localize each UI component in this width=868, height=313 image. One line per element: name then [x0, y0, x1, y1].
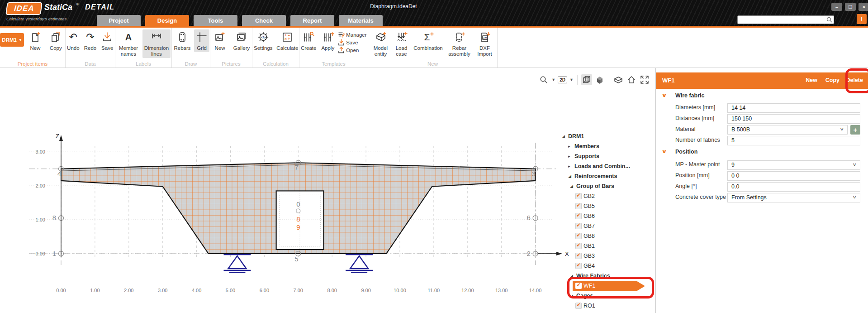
- ribbon-item-save[interactable]: Save: [100, 29, 115, 52]
- ribbon-item-model-entity[interactable]: Modelentity: [370, 29, 391, 58]
- zoom-tool-dropdown[interactable]: ▼: [551, 77, 555, 82]
- view-mode-dropdown[interactable]: ▼: [569, 77, 574, 82]
- check-icon: ✔: [576, 192, 581, 198]
- visibility-checkbox[interactable]: ✔: [575, 233, 582, 239]
- tree-item-wf1[interactable]: ✔WF1: [559, 281, 652, 291]
- panel-copy-button[interactable]: Copy: [825, 77, 840, 83]
- section-collapse-icon[interactable]: ∨: [661, 149, 667, 154]
- tree-item-gb2[interactable]: ✔GB2: [559, 191, 652, 201]
- tab-check[interactable]: Check: [242, 15, 286, 26]
- ribbon-item-rebar-assembly[interactable]: Rebarassembly: [446, 29, 473, 58]
- tree-item-ro1[interactable]: ✔RO1: [559, 301, 652, 311]
- prop-field-position-mm-[interactable]: 0 0: [727, 171, 860, 181]
- tree-expander-icon[interactable]: ◢: [570, 184, 573, 188]
- ribbon-item-dxf-import[interactable]: DXFDXFImport: [474, 29, 495, 58]
- tree-item-wire-fabrics[interactable]: ◢Wire Fabrics: [559, 271, 652, 281]
- tree-item-gb6[interactable]: ✔GB6: [559, 211, 652, 221]
- ribbon-item-load-case[interactable]: Loadcase: [393, 29, 410, 58]
- visibility-checkbox[interactable]: ✔: [575, 253, 582, 259]
- prop-field-concrete-cover-type[interactable]: From Settings∨: [727, 193, 860, 202]
- ribbon-item-apply[interactable]: Apply: [319, 29, 336, 52]
- panel-delete-button[interactable]: Delete: [846, 77, 863, 83]
- ribbon-item-redo[interactable]: ↷Redo: [83, 29, 98, 52]
- tree-item-members[interactable]: ▸Members: [559, 141, 652, 151]
- tree-item-gb4[interactable]: ✔GB4: [559, 261, 652, 271]
- ribbon-item-calculate[interactable]: + −× ÷Calculate: [276, 29, 299, 52]
- tree-item-gb8[interactable]: ✔GB8: [559, 231, 652, 241]
- panel-new-button[interactable]: New: [806, 77, 817, 83]
- tree-item-loads-and-combin-[interactable]: ▸Loads and Combin...: [559, 161, 652, 171]
- fit-to-screen-icon[interactable]: [639, 74, 650, 85]
- ribbon-item-combination[interactable]: ΣCombination: [412, 29, 445, 52]
- ribbon-item-new[interactable]: New: [26, 29, 44, 52]
- prop-field-distances-mm-[interactable]: 150 150: [727, 114, 860, 124]
- prop-field-material[interactable]: B 500B∨: [727, 125, 848, 135]
- ribbon-item-rebars[interactable]: Rebars: [172, 29, 192, 52]
- home-view-icon[interactable]: [626, 74, 637, 85]
- ribbon-item-grid[interactable]: Grid: [194, 29, 209, 52]
- dropdown-chevron-icon[interactable]: ∨: [853, 195, 857, 199]
- tree-item-cages[interactable]: ◢Cages: [559, 291, 652, 301]
- ribbon-item-member-names[interactable]: AMembernames: [116, 29, 141, 58]
- tab-report[interactable]: Report: [290, 15, 334, 26]
- ribbon-item-dimension-lines[interactable]: Dimensionlines: [142, 29, 171, 58]
- close-button[interactable]: ✕: [859, 3, 868, 11]
- visibility-checkbox[interactable]: ✔: [575, 263, 582, 269]
- tree-expander-icon[interactable]: ▸: [568, 154, 570, 159]
- ribbon-item-undo[interactable]: ↶Undo: [66, 29, 81, 52]
- tree-expander-icon[interactable]: ◢: [570, 274, 573, 278]
- ribbon-item-gallery[interactable]: Gallery: [231, 29, 252, 52]
- tree-expander-icon[interactable]: ◢: [562, 134, 565, 139]
- tree-item-reinforcements[interactable]: ◢Reinforcements: [559, 171, 652, 181]
- properties-panel: WF1 New Copy Delete ∨Wire fabricDiameter…: [655, 68, 868, 313]
- visibility-checkbox[interactable]: ✔: [575, 213, 582, 219]
- maximize-button[interactable]: ❐: [845, 3, 856, 11]
- minimize-button[interactable]: –: [831, 3, 842, 11]
- ribbon-item-copy[interactable]: Copy: [47, 29, 65, 52]
- ribbon-item-settings[interactable]: </>Settings: [252, 29, 274, 52]
- prop-field-number-of-fabrics[interactable]: 5: [727, 136, 860, 145]
- ribbon-item-manager[interactable]: Manager: [338, 31, 368, 38]
- tab-project[interactable]: Project: [97, 15, 141, 26]
- visibility-checkbox[interactable]: ✔: [575, 303, 582, 309]
- ribbon-item-create[interactable]: Create: [299, 29, 318, 52]
- prop-field-diameters-mm-[interactable]: 14 14: [727, 103, 860, 113]
- tree-item-gb5[interactable]: ✔GB5: [559, 201, 652, 211]
- visibility-checkbox[interactable]: ✔: [575, 193, 582, 199]
- visibility-checkbox[interactable]: ✔: [575, 283, 582, 289]
- ribbon-item-open[interactable]: Open: [338, 47, 368, 53]
- visibility-checkbox[interactable]: ✔: [575, 243, 582, 249]
- tree-item-drm1[interactable]: ◢DRM1: [559, 131, 652, 141]
- tree-expander-icon[interactable]: ▸: [568, 144, 570, 149]
- visibility-checkbox[interactable]: ✔: [575, 223, 582, 229]
- dropdown-chevron-icon[interactable]: ∨: [853, 162, 857, 167]
- ribbon-item-save[interactable]: Save: [338, 39, 368, 46]
- tab-materials[interactable]: Materials: [339, 15, 383, 26]
- tree-item-group-of-bars[interactable]: ◢Group of Bars: [559, 181, 652, 191]
- tree-item-gb3[interactable]: ✔GB3: [559, 251, 652, 261]
- prop-field-angle-[interactable]: 0.0: [727, 182, 860, 192]
- dropdown-chevron-icon[interactable]: ∨: [840, 127, 844, 131]
- view-mode-button[interactable]: 2D: [558, 77, 567, 83]
- tree-item-gb7[interactable]: ✔GB7: [559, 221, 652, 231]
- project-item-selector[interactable]: DRM1▼: [0, 33, 24, 47]
- drawing-canvas[interactable]: 0.001.002.003.004.005.006.007.008.009.00…: [0, 68, 655, 313]
- tree-expander-icon[interactable]: ▸: [568, 164, 570, 169]
- tab-tools[interactable]: Tools: [194, 15, 237, 26]
- tree-item-gb1[interactable]: ✔GB1: [559, 241, 652, 251]
- zoom-tool-icon[interactable]: [538, 74, 549, 85]
- add-material-button[interactable]: +: [850, 125, 860, 135]
- axonometry-wireframe-icon[interactable]: [581, 74, 592, 85]
- alert-button[interactable]: !: [857, 14, 867, 24]
- ribbon-item-new[interactable]: New: [210, 29, 229, 52]
- prop-field-mp-master-point[interactable]: 9∨: [727, 160, 860, 170]
- search-input[interactable]: [737, 15, 834, 24]
- section-collapse-icon[interactable]: ∨: [661, 92, 667, 98]
- tree-expander-icon[interactable]: ◢: [568, 174, 571, 178]
- tree-item-supports[interactable]: ▸Supports: [559, 151, 652, 161]
- solid-view-icon[interactable]: [594, 74, 605, 85]
- visibility-checkbox[interactable]: ✔: [575, 203, 582, 209]
- clipping-box-icon[interactable]: [613, 74, 624, 85]
- tab-design[interactable]: Design: [145, 15, 189, 26]
- tree-expander-icon[interactable]: ◢: [570, 294, 573, 298]
